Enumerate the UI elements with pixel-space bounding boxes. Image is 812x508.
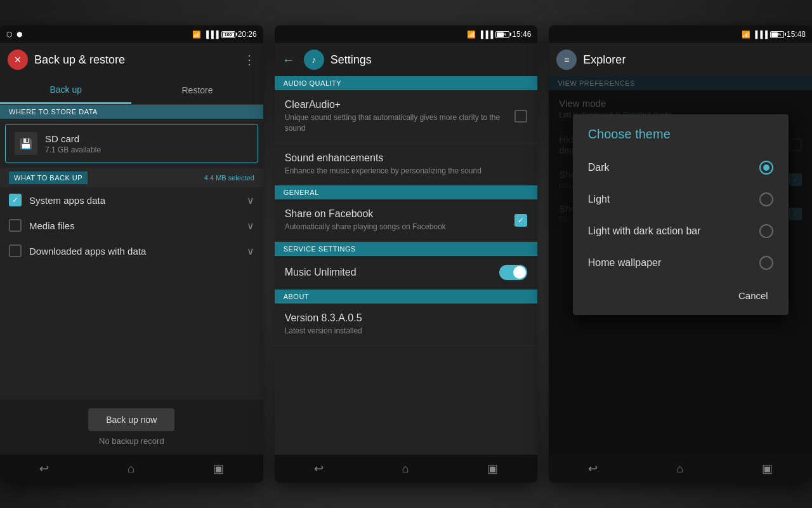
phone3-battery-text: 56% <box>771 32 783 36</box>
dialog-actions: Cancel <box>573 279 789 315</box>
sd-card-available: 7.1 GB available <box>45 145 249 154</box>
downloaded-apps-checkbox[interactable] <box>9 244 22 257</box>
phone3-home-nav[interactable]: ⌂ <box>676 462 683 476</box>
what-to-backup-size: 4.4 MB selected <box>204 174 254 182</box>
where-to-store-header: WHERE TO STORE DATA <box>0 105 263 119</box>
theme-light-dark-label: Light with dark action bar <box>588 225 749 237</box>
tab-restore[interactable]: Restore <box>131 76 263 104</box>
back-nav-icon[interactable]: ↩ <box>39 462 49 476</box>
sound-enhancements-title: Sound enhancements <box>285 152 528 164</box>
dialog-overlay: Choose theme Dark Light Light with dark … <box>549 76 812 455</box>
phone2-back-nav[interactable]: ↩ <box>314 462 324 476</box>
theme-light-dark-option[interactable]: Light with dark action bar <box>573 215 789 247</box>
backup-now-button[interactable]: Back up now <box>88 408 174 431</box>
phone3-battery: 56% <box>770 31 784 38</box>
sound-enhancements-item[interactable]: Sound enhancements Enhance the music exp… <box>275 144 538 186</box>
phone2-battery: 58% <box>495 31 509 38</box>
phone2-battery-text: 58% <box>496 32 509 36</box>
version-text: Version 8.3.A.0.5 Latest version install… <box>285 312 528 337</box>
battery-text: 100 <box>222 32 235 37</box>
phone3-status-right: 📶 ▐▐▐ 56% 15:48 <box>742 30 806 39</box>
system-apps-label: System apps data <box>29 195 239 206</box>
theme-light-dark-radio[interactable] <box>759 224 773 238</box>
phone3-content: VIEW PREFERENCES View mode List is displ… <box>549 76 812 455</box>
system-apps-checkbox[interactable] <box>9 194 22 206</box>
clearaudio-text: ClearAudio+ Unique sound setting that au… <box>285 99 515 134</box>
phone1: ⬡ ⬢ 📶 ▐▐▐ 100 20:26 ✕ Back up & restore … <box>0 25 263 483</box>
dialog-cancel-button[interactable]: Cancel <box>728 284 778 307</box>
tab-backup[interactable]: Back up <box>0 76 131 104</box>
battery-indicator: 100 <box>221 31 235 38</box>
version-subtitle: Latest version installed <box>285 326 528 337</box>
phone1-app-bar: ✕ Back up & restore ⋮ <box>0 43 263 76</box>
theme-dark-option[interactable]: Dark <box>573 152 789 184</box>
signal-icon: ▐▐▐ <box>204 30 218 38</box>
downloaded-apps-chevron: ∨ <box>247 245 254 257</box>
share-facebook-item[interactable]: Share on Facebook Automatically share pl… <box>275 199 538 242</box>
theme-light-option[interactable]: Light <box>573 184 789 215</box>
dialog-title: Choose theme <box>573 114 789 152</box>
phone3-status-bar: 📶 ▐▐▐ 56% 15:48 <box>549 25 812 43</box>
share-facebook-checkbox[interactable]: ✓ <box>514 214 527 227</box>
general-header: GENERAL <box>275 185 538 199</box>
phone2-app-bar: ← ♪ Settings <box>275 43 538 76</box>
theme-light-label: Light <box>588 194 749 205</box>
phone2-recents-nav[interactable]: ▣ <box>487 462 498 476</box>
phone2-content: AUDIO QUALITY ClearAudio+ Unique sound s… <box>275 76 538 455</box>
clearaudio-checkbox[interactable] <box>514 110 527 123</box>
wifi-icon: 📶 <box>192 30 201 39</box>
downloaded-apps-label: Downloaded apps with data <box>29 246 239 257</box>
share-facebook-subtitle: Automatically share playing songs on Fac… <box>285 222 515 232</box>
theme-light-radio[interactable] <box>759 192 773 206</box>
phone2-nav-bar: ↩ ⌂ ▣ <box>275 455 538 483</box>
phone3-app-bar: ≡ Explorer <box>549 43 812 76</box>
phone1-content: WHERE TO STORE DATA 💾 SD card 7.1 GB ava… <box>0 105 263 455</box>
phone3-nav-bar: ↩ ⌂ ▣ <box>549 455 812 483</box>
bottom-action: Back up now No backup record <box>0 399 263 455</box>
theme-dark-radio[interactable] <box>759 161 773 175</box>
media-files-item[interactable]: Media files ∨ <box>0 213 263 238</box>
phone3-wifi-icon: 📶 <box>742 30 750 39</box>
sd-card-item[interactable]: 💾 SD card 7.1 GB available <box>5 124 258 163</box>
status-time: 20:26 <box>238 30 257 39</box>
phone1-status-right: 📶 ▐▐▐ 100 20:26 <box>192 30 256 39</box>
phone2-wifi-icon: 📶 <box>467 30 476 39</box>
downloaded-apps-item[interactable]: Downloaded apps with data ∨ <box>0 238 263 264</box>
audio-quality-header: AUDIO QUALITY <box>275 76 538 90</box>
media-files-chevron: ∨ <box>247 220 254 232</box>
phone2-back-button[interactable]: ← <box>282 53 295 67</box>
usb-icon: ⬡ <box>6 30 13 39</box>
overflow-menu-icon[interactable]: ⋮ <box>243 52 256 67</box>
phone3-back-nav[interactable]: ↩ <box>588 462 598 476</box>
theme-wallpaper-option[interactable]: Home wallpaper <box>573 247 789 279</box>
phone1-status-left: ⬡ ⬢ <box>6 30 23 39</box>
system-apps-item[interactable]: System apps data ∨ <box>0 187 263 213</box>
choose-theme-dialog: Choose theme Dark Light Light with dark … <box>573 114 789 315</box>
recents-nav-icon[interactable]: ▣ <box>213 462 224 476</box>
clearaudio-item[interactable]: ClearAudio+ Unique sound setting that au… <box>275 90 538 144</box>
phone2-status-time: 15:46 <box>512 30 531 39</box>
theme-dark-label: Dark <box>588 162 749 173</box>
phone3-status-time: 15:48 <box>787 30 806 39</box>
phone2-app-title: Settings <box>331 53 530 67</box>
phone3-app-title: Explorer <box>583 53 804 67</box>
no-backup-text: No backup record <box>99 436 164 446</box>
phone2-home-nav[interactable]: ⌂ <box>402 462 409 476</box>
share-facebook-title: Share on Facebook <box>285 208 515 220</box>
version-item: Version 8.3.A.0.5 Latest version install… <box>275 304 538 346</box>
theme-wallpaper-radio[interactable] <box>759 256 773 270</box>
phone3-signal-icon: ▐▐▐ <box>753 30 768 38</box>
backup-app-icon: ✕ <box>8 50 28 70</box>
sd-card-name: SD card <box>45 133 249 144</box>
version-title: Version 8.3.A.0.5 <box>285 312 528 324</box>
theme-wallpaper-label: Home wallpaper <box>588 257 749 269</box>
phone3-recents-nav[interactable]: ▣ <box>762 462 773 476</box>
phone1-nav-bar: ↩ ⌂ ▣ <box>0 455 263 483</box>
clearaudio-subtitle: Unique sound setting that automatically … <box>285 112 515 134</box>
music-unlimited-item[interactable]: Music Unlimited <box>275 256 538 290</box>
home-nav-icon[interactable]: ⌂ <box>128 462 134 476</box>
phone1-status-bar: ⬡ ⬢ 📶 ▐▐▐ 100 20:26 <box>0 25 263 43</box>
media-files-checkbox[interactable] <box>9 219 22 232</box>
music-unlimited-toggle[interactable] <box>499 265 527 280</box>
phone2-signal-icon: ▐▐▐ <box>478 30 493 38</box>
